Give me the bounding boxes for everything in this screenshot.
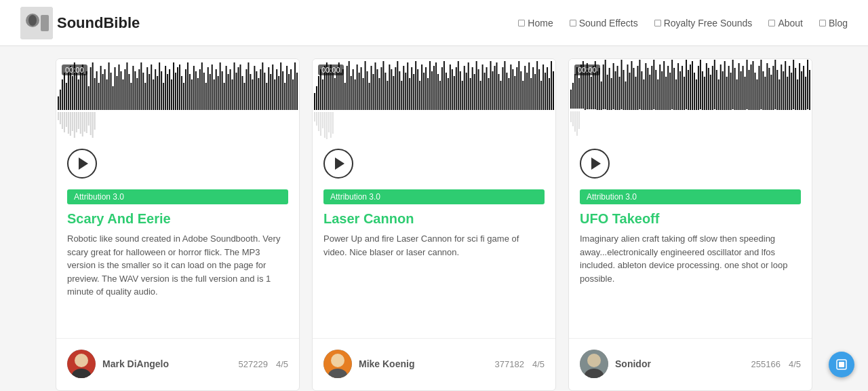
attribution-badge-scary: Attribution 3.0	[67, 189, 288, 204]
svg-rect-243	[508, 78, 509, 110]
svg-rect-133	[76, 112, 77, 132]
sound-title-laser[interactable]: Laser Cannon	[323, 211, 545, 227]
svg-rect-345	[702, 71, 703, 110]
svg-rect-400	[572, 111, 574, 126]
svg-rect-327	[665, 77, 667, 110]
logo[interactable]: SoundBible	[20, 7, 140, 39]
author-stats-laser: 377182 4/5	[495, 359, 545, 369]
nav-home[interactable]: Home	[518, 18, 553, 29]
svg-rect-340	[692, 61, 693, 110]
svg-rect-318	[647, 68, 648, 110]
svg-rect-174	[369, 83, 370, 110]
svg-rect-107	[264, 73, 265, 110]
svg-rect-7	[62, 79, 63, 110]
svg-rect-122	[294, 62, 296, 110]
svg-rect-355	[722, 71, 724, 110]
svg-rect-242	[506, 73, 507, 110]
nav-royalty-free[interactable]: Royalty Free Sounds	[654, 18, 753, 29]
svg-rect-377	[766, 63, 768, 110]
play-button-ufo[interactable]	[580, 149, 610, 179]
svg-rect-8	[64, 73, 65, 110]
play-button-scary[interactable]	[67, 149, 97, 179]
svg-rect-308	[627, 64, 629, 110]
svg-rect-402	[576, 111, 578, 136]
svg-rect-382	[776, 70, 778, 110]
svg-rect-128	[66, 112, 67, 127]
svg-rect-135	[80, 112, 81, 134]
waveform-laser: 00:00	[313, 59, 555, 141]
svg-rect-360	[732, 60, 734, 109]
time-badge-ufo: 00:00	[574, 64, 600, 75]
svg-rect-188	[397, 61, 398, 110]
svg-rect-3	[41, 15, 49, 31]
svg-rect-125	[60, 112, 61, 124]
svg-rect-240	[502, 67, 503, 110]
svg-rect-211	[443, 61, 445, 110]
card-divider-ufo	[569, 338, 812, 339]
svg-rect-100	[250, 74, 251, 110]
svg-rect-45	[138, 69, 140, 110]
svg-rect-232	[486, 67, 488, 110]
sound-title-ufo[interactable]: UFO Takeoff	[580, 211, 801, 227]
svg-rect-214	[450, 64, 451, 110]
svg-rect-228	[478, 69, 479, 110]
svg-rect-147	[314, 93, 315, 110]
scroll-icon	[835, 358, 848, 371]
svg-rect-373	[758, 66, 760, 110]
svg-rect-34	[117, 76, 118, 110]
svg-rect-109	[268, 67, 269, 110]
svg-rect-26	[100, 66, 102, 110]
svg-rect-118	[286, 66, 288, 110]
sound-title-scary[interactable]: Scary And Eerie	[67, 211, 288, 227]
svg-rect-92	[234, 62, 235, 110]
svg-rect-78	[205, 83, 207, 110]
svg-rect-385	[783, 71, 784, 110]
svg-rect-161	[342, 69, 344, 110]
svg-rect-253	[528, 62, 530, 110]
attribution-badge-ufo: Attribution 3.0	[580, 189, 801, 204]
svg-rect-325	[661, 71, 663, 110]
svg-rect-316	[643, 79, 644, 110]
svg-rect-289	[589, 70, 590, 109]
svg-rect-295	[601, 81, 602, 110]
svg-rect-234	[490, 61, 492, 110]
scroll-to-top-button[interactable]	[829, 352, 854, 377]
svg-rect-98	[245, 69, 247, 110]
svg-rect-307	[625, 81, 627, 110]
nav-about[interactable]: About	[768, 18, 803, 29]
svg-rect-332	[675, 79, 677, 110]
svg-rect-348	[708, 68, 709, 110]
nav-sound-effects[interactable]: Sound Effects	[570, 18, 638, 29]
svg-rect-310	[631, 61, 632, 110]
svg-rect-368	[749, 70, 750, 110]
svg-rect-315	[641, 71, 642, 110]
svg-rect-40	[128, 74, 130, 110]
svg-rect-49	[146, 67, 148, 110]
svg-rect-334	[679, 71, 681, 110]
svg-rect-46	[140, 62, 142, 110]
play-icon-scary	[79, 157, 88, 170]
svg-rect-271	[324, 112, 326, 138]
sound-desc-scary: Robotic like sound created in Adobe Soun…	[67, 232, 288, 324]
svg-rect-119	[288, 74, 290, 110]
svg-rect-85	[220, 62, 221, 110]
svg-rect-205	[431, 71, 433, 110]
svg-rect-354	[720, 64, 722, 110]
svg-rect-324	[659, 64, 660, 110]
rating-laser: 4/5	[532, 359, 545, 369]
svg-rect-165	[351, 76, 352, 110]
svg-rect-41	[130, 83, 132, 110]
nav-blog[interactable]: Blog	[819, 18, 848, 29]
svg-rect-245	[512, 69, 513, 110]
svg-rect-317	[645, 63, 646, 110]
svg-rect-218	[458, 61, 459, 110]
svg-rect-209	[439, 81, 441, 110]
svg-rect-226	[474, 74, 475, 110]
svg-rect-139	[88, 112, 90, 126]
svg-rect-210	[441, 67, 443, 110]
svg-rect-172	[365, 61, 366, 110]
play-button-laser[interactable]	[323, 149, 353, 179]
svg-rect-42	[132, 66, 134, 110]
svg-rect-303	[617, 66, 618, 110]
svg-rect-130	[70, 112, 71, 136]
